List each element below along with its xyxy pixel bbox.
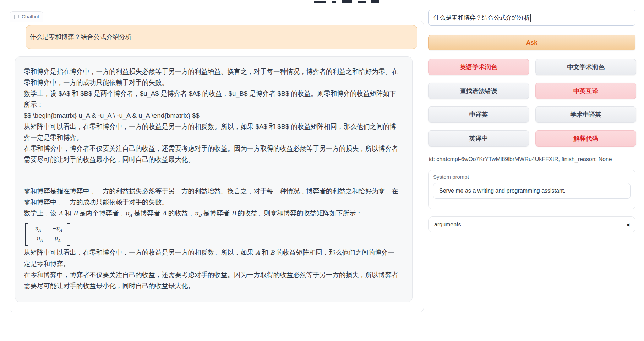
- ask-button[interactable]: Ask: [428, 35, 635, 50]
- quick-action-button-6[interactable]: 学术中译英: [535, 106, 636, 123]
- math-variable: uA: [54, 235, 60, 242]
- chatbot-panel[interactable]: 什么是零和博弈？结合公式介绍分析 零和博弈是指在博弈中，一方的利益损失必然等于另…: [10, 21, 424, 312]
- quick-action-grid: 英语学术润色中文学术润色查找语法错误中英互译中译英学术中译英英译中解释代码: [428, 59, 636, 147]
- chatbot-label: Chatbot: [10, 11, 43, 22]
- quick-action-button-1[interactable]: 英语学术润色: [428, 59, 529, 75]
- system-prompt-value: Serve me as a writing and programming as…: [439, 188, 566, 194]
- matrix-right-bracket: [67, 223, 70, 246]
- user-message-bubble: 什么是零和博弈？结合公式介绍分析: [26, 25, 417, 49]
- status-line: id: chatcmpl-6wOo7KrYTwMl89lbrMWRu4UkFFX…: [429, 156, 636, 163]
- quick-action-button-8[interactable]: 解释代码: [535, 130, 636, 147]
- bot-message-paragraph-math: 从矩阵中可以看出，在零和博弈中，一方的收益是另一方的相反数。所以，如果 A 和 …: [24, 247, 399, 269]
- bot-message-paragraph: 在零和博弈中，博弈者不仅要关注自己的收益，还需要考虑对手的收益。因为一方取得的收…: [24, 143, 399, 165]
- clipped-page-title: [312, 0, 387, 3]
- matrix-cell: −uA: [33, 235, 43, 244]
- bot-message-paragraph: 数学上，设 $A$ 和 $B$ 是两个博弈者，$u_A$ 是博弈者 $A$ 的收…: [24, 88, 399, 110]
- quick-action-button-3[interactable]: 查找语法错误: [428, 83, 529, 99]
- math-variable: uA: [37, 235, 43, 242]
- math-variable: uA: [56, 225, 62, 232]
- header-divider: [0, 9, 644, 9]
- bot-message-paragraph: $$ \begin{bmatrix} u_A & -u_A \ -u_A & u…: [24, 110, 399, 121]
- message-gap: [24, 165, 399, 186]
- question-input-value: 什么是零和博弈？结合公式介绍分析: [433, 13, 530, 22]
- arguments-accordion-label: arguments: [434, 221, 461, 228]
- math-variable: A: [59, 210, 63, 217]
- quick-action-button-7[interactable]: 英译中: [428, 130, 529, 147]
- math-variable: A: [256, 249, 260, 256]
- matrix-cell: −uA: [53, 225, 62, 234]
- payoff-matrix: uA−uA−uAuA: [25, 223, 70, 246]
- accordion-collapsed-icon: ◀: [626, 222, 629, 227]
- bot-message-paragraph: 从矩阵中可以看出，在零和博弈中，一方的收益是另一方的相反数。所以，如果 $A$ …: [24, 121, 399, 143]
- question-input[interactable]: 什么是零和博弈？结合公式介绍分析: [428, 10, 635, 26]
- ask-button-label: Ask: [526, 39, 537, 46]
- bot-message-paragraph: 零和博弈是指在博弈中，一方的利益损失必然等于另一方的利益增益。换言之，对于每一种…: [24, 186, 399, 208]
- math-variable: B: [231, 210, 236, 217]
- chat-bubble-icon: [14, 14, 19, 20]
- quick-action-button-5[interactable]: 中译英: [428, 106, 529, 123]
- arguments-accordion[interactable]: arguments ◀: [428, 216, 635, 232]
- chatbot-label-text: Chatbot: [22, 14, 39, 20]
- system-prompt-input[interactable]: Serve me as a writing and programming as…: [433, 183, 631, 199]
- math-variable: uA: [35, 225, 41, 232]
- matrix-cell: uA: [33, 225, 43, 234]
- bot-message-paragraph-math: 数学上，设 A 和 B 是两个博弈者，uA 是博弈者 A 的收益，uB 是博弈者…: [24, 208, 399, 221]
- bot-message-bubble: 零和博弈是指在博弈中，一方的利益损失必然等于另一方的利益增益。换言之，对于每一种…: [15, 56, 413, 302]
- math-variable: A: [162, 210, 166, 217]
- quick-action-button-4[interactable]: 中英互译: [535, 83, 636, 99]
- bot-message-paragraph: 在零和博弈中，博弈者不仅要关注自己的收益，还需要考虑对手的收益。因为一方取得的收…: [24, 269, 399, 291]
- matrix-cell: uA: [53, 235, 62, 244]
- math-variable: B: [73, 210, 78, 217]
- bot-message-paragraph: 零和博弈是指在博弈中，一方的利益损失必然等于另一方的利益增益。换言之，对于每一种…: [24, 66, 399, 88]
- matrix-left-bracket: [25, 223, 28, 246]
- system-prompt-label: System prompt: [433, 174, 631, 180]
- math-variable: uB: [195, 210, 201, 217]
- quick-action-button-2[interactable]: 中文学术润色: [535, 59, 636, 75]
- user-message-text: 什么是零和博弈？结合公式介绍分析: [29, 33, 132, 40]
- text-cursor: [530, 14, 531, 22]
- system-prompt-card: System prompt Serve me as a writing and …: [428, 170, 635, 209]
- math-variable: uA: [125, 210, 132, 217]
- math-variable: B: [270, 249, 275, 256]
